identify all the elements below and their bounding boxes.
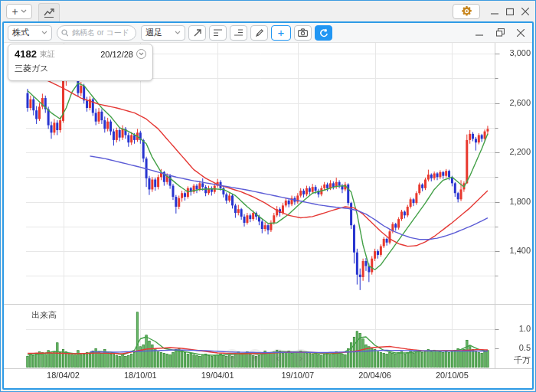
trend-line-icon bbox=[44, 8, 55, 18]
indicator-top-layout-button[interactable] bbox=[209, 25, 227, 41]
period-select[interactable]: 週足 bbox=[141, 25, 185, 41]
chart-area: 3,0002,6002,2001,8001,4001.00.5千万18/04/0… bbox=[4, 43, 532, 388]
pan-right-ghost-button[interactable]: › bbox=[293, 349, 309, 366]
draw-pencil-button[interactable] bbox=[250, 25, 268, 41]
volume-axis-label: 0.5 bbox=[500, 343, 531, 352]
screenshot-button[interactable] bbox=[294, 25, 312, 41]
price-axis-label: 3,000 bbox=[500, 48, 531, 57]
date-axis-label: 20/04/06 bbox=[352, 371, 398, 380]
maximize-button[interactable] bbox=[503, 5, 517, 18]
outer-window-controls bbox=[453, 4, 532, 19]
date-axis-label: 19/10/07 bbox=[275, 371, 321, 380]
plus-icon: + bbox=[11, 5, 18, 18]
refresh-button[interactable] bbox=[315, 25, 332, 41]
add-chart-button[interactable]: + bbox=[6, 4, 32, 19]
price-axis-label: 2,200 bbox=[500, 147, 531, 156]
close-icon bbox=[521, 8, 529, 15]
minimize-icon bbox=[476, 29, 483, 37]
maximize-icon bbox=[506, 8, 514, 15]
indicator-bottom-layout-button[interactable] bbox=[230, 25, 247, 41]
chevron-down-icon bbox=[139, 52, 144, 56]
symbol-code: 4182 bbox=[15, 48, 37, 60]
close-button[interactable] bbox=[518, 5, 532, 18]
inner-minimize-button[interactable] bbox=[472, 26, 486, 40]
period-value: 週足 bbox=[145, 27, 162, 38]
pencil-icon bbox=[255, 28, 264, 38]
app-window: + bbox=[0, 0, 536, 392]
symbol-search-input[interactable] bbox=[70, 28, 132, 38]
close-icon bbox=[517, 29, 525, 37]
inner-restore-button[interactable] bbox=[493, 26, 507, 40]
plus-icon: + bbox=[278, 26, 285, 39]
date-axis-label: 20/10/05 bbox=[429, 371, 475, 380]
restore-icon bbox=[496, 28, 505, 37]
volume-unit-label: 千万 bbox=[500, 354, 531, 366]
chevron-down-icon bbox=[21, 9, 27, 14]
pan-left-ghost-button[interactable]: ‹ bbox=[270, 349, 286, 366]
gear-icon bbox=[461, 5, 472, 17]
symbol-info-box: 4182 東証 20/12/28 三菱ガス bbox=[8, 44, 153, 81]
trendline-draw-button[interactable] bbox=[188, 25, 206, 41]
price-axis-label: 1,400 bbox=[500, 246, 531, 255]
symbol-name: 三菱ガス bbox=[15, 63, 146, 74]
settings-button[interactable] bbox=[453, 4, 480, 19]
chevron-down-icon bbox=[175, 31, 181, 35]
outer-titlebar: + bbox=[1, 1, 535, 21]
inner-close-button[interactable] bbox=[514, 26, 528, 40]
chart-toolbar: 株式 週足 + bbox=[4, 23, 532, 43]
zoom-out-ghost-button[interactable]: − bbox=[224, 349, 240, 366]
inner-window-controls bbox=[472, 26, 528, 40]
camera-icon bbox=[298, 28, 308, 37]
date-axis-label: 19/04/01 bbox=[194, 371, 240, 380]
diagonal-arrow-icon bbox=[193, 28, 202, 38]
chevron-down-icon bbox=[41, 31, 47, 35]
date-axis-label: 18/04/02 bbox=[41, 371, 87, 380]
search-icon bbox=[61, 29, 68, 37]
chart-window: 株式 週足 + bbox=[2, 21, 534, 390]
chart-tab[interactable] bbox=[38, 3, 60, 21]
zoom-in-ghost-button[interactable]: + bbox=[247, 349, 263, 366]
exchange-label: 東証 bbox=[40, 49, 55, 60]
volume-pane-label: 出来高 bbox=[31, 309, 57, 321]
crosshair-add-button[interactable]: + bbox=[271, 25, 291, 41]
market-type-select[interactable]: 株式 bbox=[8, 25, 52, 41]
market-type-value: 株式 bbox=[12, 27, 29, 38]
price-axis-label: 2,600 bbox=[500, 98, 531, 107]
minimize-icon bbox=[491, 8, 498, 15]
lines-bottom-icon bbox=[234, 28, 243, 37]
refresh-icon bbox=[319, 28, 328, 38]
info-expand-button[interactable] bbox=[136, 49, 146, 59]
volume-axis-label: 1.0 bbox=[500, 324, 531, 333]
minimize-button[interactable] bbox=[488, 5, 502, 18]
quote-date: 20/12/28 bbox=[100, 50, 133, 59]
symbol-search-box[interactable] bbox=[57, 25, 136, 41]
date-axis-label: 18/10/01 bbox=[117, 371, 163, 380]
lines-top-icon bbox=[213, 28, 223, 37]
price-axis-label: 1,800 bbox=[500, 197, 531, 206]
candlestick-chart-canvas[interactable] bbox=[4, 43, 532, 388]
